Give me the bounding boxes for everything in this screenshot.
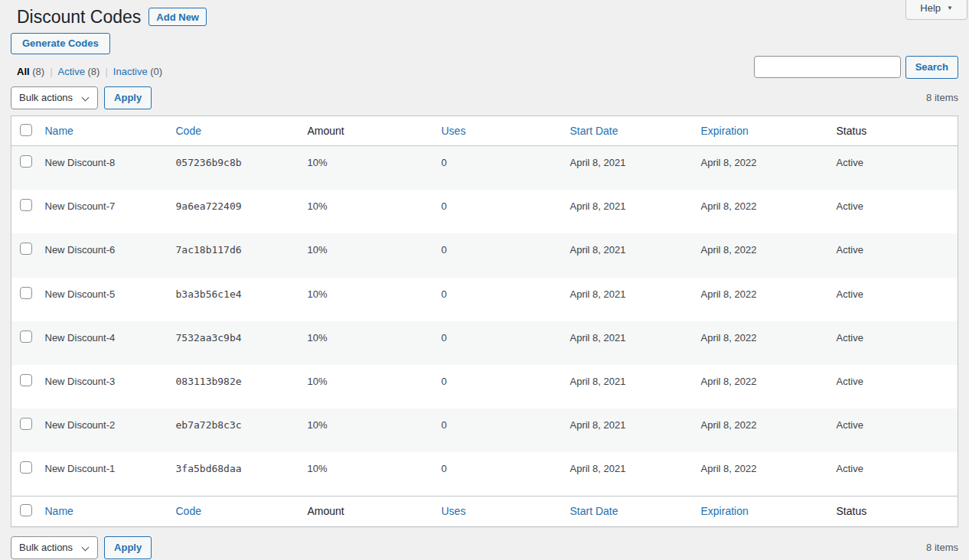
cell-uses: 0 bbox=[434, 365, 563, 409]
column-header-name: Name bbox=[38, 497, 168, 526]
bulk-actions-selected-value: Bulk actions bbox=[19, 93, 73, 103]
row-checkbox[interactable] bbox=[20, 287, 32, 299]
sort-link-code[interactable]: Code bbox=[176, 125, 201, 137]
cell-uses: 0 bbox=[434, 452, 563, 497]
discount-codes-table: NameCodeAmountUsesStart DateExpirationSt… bbox=[11, 116, 958, 527]
bulk-actions-select[interactable]: Bulk actions bbox=[11, 86, 98, 109]
cell-uses: 0 bbox=[434, 145, 563, 190]
cell-code: 3fa5bd68daa bbox=[168, 452, 300, 497]
bulk-actions-selected-value: Bulk actions bbox=[19, 542, 73, 552]
cell-name: New Discount-2 bbox=[38, 409, 168, 452]
select-all-checkbox[interactable] bbox=[20, 124, 32, 136]
cell-code: 7ac18b117d6 bbox=[168, 233, 300, 277]
table-row: New Discount-5b3a3b56c1e410%0April 8, 20… bbox=[11, 278, 958, 321]
search-box: Search bbox=[754, 56, 958, 79]
apply-button-top[interactable]: Apply bbox=[104, 86, 152, 109]
sort-link-name[interactable]: Name bbox=[45, 125, 73, 137]
sort-link-code[interactable]: Code bbox=[176, 505, 201, 517]
apply-button-bottom[interactable]: Apply bbox=[104, 536, 152, 559]
sort-link-start-date[interactable]: Start Date bbox=[570, 505, 618, 517]
filters-search-row: All (8)|Active (8)|Inactive (0) Search bbox=[11, 56, 958, 79]
row-checkbox[interactable] bbox=[20, 199, 32, 211]
cell-code: eb7a72b8c3c bbox=[168, 409, 300, 452]
cell-uses: 0 bbox=[434, 278, 563, 321]
row-select-cell bbox=[11, 365, 38, 409]
row-checkbox[interactable] bbox=[20, 330, 32, 343]
row-checkbox[interactable] bbox=[20, 155, 32, 168]
filter-count: (8) bbox=[30, 66, 45, 77]
row-select-cell bbox=[11, 321, 38, 365]
row-checkbox[interactable] bbox=[20, 418, 32, 430]
cell-name: New Discount-1 bbox=[38, 452, 168, 497]
table-row: New Discount-79a6ea72240910%0April 8, 20… bbox=[11, 190, 958, 233]
tablenav-bottom: Bulk actions Apply 8 items bbox=[11, 536, 958, 559]
column-header-code: Code bbox=[168, 116, 300, 145]
column-header-expiration: Expiration bbox=[693, 497, 829, 526]
cell-code: b3a3b56c1e4 bbox=[168, 278, 300, 321]
row-select-cell bbox=[11, 409, 38, 452]
cell-status: Active bbox=[829, 409, 958, 452]
table-footer-row: NameCodeAmountUsesStart DateExpirationSt… bbox=[11, 497, 958, 526]
cell-start-date: April 8, 2021 bbox=[563, 278, 693, 321]
cell-name: New Discount-5 bbox=[38, 278, 168, 321]
sort-link-name[interactable]: Name bbox=[45, 505, 73, 517]
bulk-actions-select-bottom[interactable]: Bulk actions bbox=[11, 536, 98, 559]
cell-uses: 0 bbox=[434, 190, 563, 233]
generate-codes-button[interactable]: Generate Codes bbox=[11, 33, 110, 54]
cell-status: Active bbox=[829, 233, 958, 277]
filter-all[interactable]: All (8) bbox=[17, 66, 44, 77]
cell-start-date: April 8, 2021 bbox=[563, 452, 693, 497]
column-header-amount: Amount bbox=[300, 116, 434, 145]
column-header-name: Name bbox=[38, 116, 168, 145]
cell-expiration: April 8, 2022 bbox=[693, 233, 829, 277]
cell-amount: 10% bbox=[300, 278, 434, 321]
select-all-checkbox[interactable] bbox=[20, 504, 32, 516]
row-checkbox[interactable] bbox=[20, 374, 32, 386]
cell-name: New Discount-8 bbox=[38, 145, 168, 190]
cell-expiration: April 8, 2022 bbox=[693, 190, 829, 233]
table-row: New Discount-8057236b9c8b10%0April 8, 20… bbox=[11, 145, 958, 190]
search-button[interactable]: Search bbox=[905, 56, 958, 79]
table-header-row: NameCodeAmountUsesStart DateExpirationSt… bbox=[11, 116, 958, 145]
row-select-cell bbox=[11, 233, 38, 277]
sort-link-uses[interactable]: Uses bbox=[442, 505, 466, 517]
tablenav-top: Bulk actions Apply 8 items bbox=[11, 86, 958, 109]
row-checkbox[interactable] bbox=[20, 243, 32, 255]
column-header-expiration: Expiration bbox=[693, 116, 829, 145]
sort-link-uses[interactable]: Uses bbox=[442, 125, 466, 137]
cell-name: New Discount-4 bbox=[38, 321, 168, 365]
filter-separator: | bbox=[105, 66, 107, 77]
column-header-uses: Uses bbox=[434, 116, 563, 145]
filter-label: Active bbox=[58, 66, 85, 77]
cell-start-date: April 8, 2021 bbox=[563, 233, 693, 277]
add-new-button[interactable]: Add New bbox=[148, 8, 207, 26]
cell-code: 9a6ea722409 bbox=[168, 190, 300, 233]
sort-link-expiration[interactable]: Expiration bbox=[701, 125, 749, 137]
cell-amount: 10% bbox=[300, 365, 434, 409]
filter-active[interactable]: Active (8) bbox=[58, 66, 100, 77]
chevron-down-icon bbox=[82, 93, 90, 101]
cell-start-date: April 8, 2021 bbox=[563, 409, 693, 452]
column-header-start-date: Start Date bbox=[563, 497, 693, 526]
sort-link-expiration[interactable]: Expiration bbox=[701, 505, 749, 517]
row-select-cell bbox=[11, 278, 38, 321]
column-header-status: Status bbox=[829, 497, 958, 526]
cell-status: Active bbox=[829, 190, 958, 233]
search-input[interactable] bbox=[754, 56, 901, 78]
column-label-amount: Amount bbox=[308, 505, 344, 517]
items-count-top: 8 items bbox=[926, 92, 958, 103]
cell-status: Active bbox=[829, 145, 958, 190]
column-label-status: Status bbox=[837, 125, 867, 137]
title-row: Discount Codes Add New bbox=[11, 0, 958, 28]
row-checkbox[interactable] bbox=[20, 461, 32, 474]
filter-inactive[interactable]: Inactive (0) bbox=[113, 66, 162, 77]
cell-start-date: April 8, 2021 bbox=[563, 365, 693, 409]
cell-uses: 0 bbox=[434, 321, 563, 365]
sort-link-start-date[interactable]: Start Date bbox=[570, 125, 618, 137]
cell-expiration: April 8, 2022 bbox=[693, 145, 829, 190]
select-all-cell bbox=[11, 116, 38, 145]
cell-amount: 10% bbox=[300, 409, 434, 452]
table-row: New Discount-67ac18b117d610%0April 8, 20… bbox=[11, 233, 958, 277]
cell-expiration: April 8, 2022 bbox=[693, 278, 829, 321]
table-row: New Discount-13fa5bd68daa10%0April 8, 20… bbox=[11, 452, 958, 497]
